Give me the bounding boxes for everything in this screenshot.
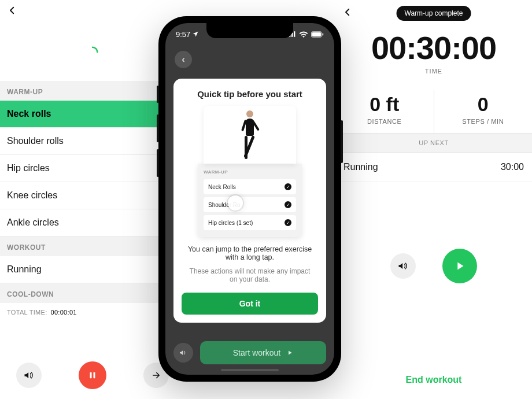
- exercise-name: Neck rolls: [7, 109, 51, 119]
- loading-spinner: [0, 23, 185, 81]
- phone-mockup: 9:57 ‹ Quick tip before you start: [158, 16, 341, 382]
- exercise-name: Knee circles: [7, 190, 57, 201]
- modal-subtext: These actions will not make any impact o…: [182, 267, 318, 283]
- workout-list-screen: WARM-UP Neck rolls 10 R Shoulder rolls H…: [0, 0, 185, 399]
- tip-modal: Quick tip before you start WARM-UP Neck …: [173, 79, 326, 323]
- right-controls: [335, 249, 532, 283]
- start-workout-label: Start workout: [233, 348, 280, 357]
- upnext-row[interactable]: Running 30:00: [335, 153, 532, 182]
- sound-button[interactable]: [390, 253, 416, 279]
- mini-list-item: Hip circles (1 set): [204, 215, 296, 230]
- end-workout-button[interactable]: End workout: [335, 375, 532, 385]
- exercise-preview-image: [204, 106, 296, 164]
- status-time: 9:57: [176, 30, 190, 39]
- upnext-label: UP NEXT: [335, 133, 532, 153]
- volume-icon: [179, 348, 188, 357]
- play-button[interactable]: [442, 249, 477, 283]
- time-label: TIME: [335, 68, 532, 75]
- exercise-name: Shoulder rolls: [7, 136, 64, 146]
- phone-notch: [206, 23, 293, 38]
- modal-title: Quick tip before you start: [182, 89, 318, 99]
- total-time: TOTAL TIME: 00:00:01: [0, 303, 185, 322]
- warmup-complete-badge: Warm-up complete: [397, 6, 471, 21]
- longpress-indicator-icon: [228, 195, 243, 210]
- svg-rect-0: [90, 372, 92, 379]
- stats-row: 0 ft DISTANCE 0 STEPS / MIN: [335, 90, 532, 133]
- exercise-name: Running: [7, 264, 42, 275]
- mini-item-label: Neck Rolls: [208, 184, 236, 190]
- spm-stat: 0 STEPS / MIN: [434, 90, 533, 133]
- section-label-workout: WORKOUT: [0, 237, 185, 256]
- pause-icon: [87, 370, 98, 380]
- svg-rect-1: [94, 372, 95, 379]
- upnext-name: Running: [343, 162, 378, 172]
- distance-value: 0 ft: [335, 93, 434, 116]
- pause-button[interactable]: [79, 361, 106, 389]
- sound-button[interactable]: [173, 343, 193, 363]
- phone-side-button: [157, 86, 159, 103]
- mini-item-label: Hip circles (1 set): [208, 220, 253, 226]
- phone-side-button: [157, 114, 159, 142]
- start-workout-button[interactable]: Start workout: [200, 341, 326, 364]
- total-time-label: TOTAL TIME:: [7, 309, 47, 316]
- spm-label: STEPS / MIN: [434, 118, 533, 125]
- chevron-left-icon: ‹: [182, 54, 185, 65]
- exercise-row[interactable]: Knee circles: [0, 182, 185, 209]
- check-icon: [285, 201, 291, 208]
- left-bottom-bar: [0, 352, 185, 399]
- location-icon: [192, 31, 199, 38]
- mini-list-item: Shoulder Ro: [204, 197, 296, 212]
- left-header: [0, 0, 185, 23]
- phone-bottom-bar: Start workout: [173, 341, 326, 364]
- exercise-row[interactable]: Running: [0, 256, 185, 283]
- play-icon: [286, 349, 293, 356]
- time-value: 00:30:00: [335, 27, 532, 66]
- right-header: Warm-up complete: [335, 0, 532, 27]
- back-icon[interactable]: [342, 6, 353, 21]
- modal-text: You can jump to the preferred exercise w…: [182, 245, 318, 261]
- exercise-name: Ankle circles: [7, 217, 59, 228]
- got-it-button[interactable]: Got it: [182, 293, 318, 315]
- svg-rect-5: [294, 31, 295, 37]
- phone-side-button: [341, 120, 343, 163]
- phone-screen: 9:57 ‹ Quick tip before you start: [165, 23, 334, 375]
- mini-exercise-list: WARM-UP Neck Rolls Shoulder Ro Hip circl…: [198, 164, 302, 237]
- spm-value: 0: [434, 93, 533, 116]
- play-icon: [453, 260, 466, 272]
- wifi-icon: [299, 31, 308, 38]
- volume-icon: [23, 370, 35, 381]
- phone-side-button: [157, 149, 159, 177]
- home-indicator: [221, 369, 279, 371]
- exercise-name: Hip circles: [7, 163, 50, 173]
- mini-list-item: Neck Rolls: [204, 179, 296, 194]
- sound-button[interactable]: [16, 363, 42, 388]
- timer-screen: Warm-up complete 00:30:00 TIME 0 ft DIST…: [335, 0, 532, 399]
- section-label-cooldown: COOL-DOWN: [0, 283, 185, 303]
- check-icon: [285, 183, 291, 190]
- svg-rect-8: [322, 33, 323, 35]
- svg-rect-7: [312, 32, 321, 36]
- exercise-row[interactable]: Ankle circles: [0, 209, 185, 237]
- total-time-value: 00:00:01: [51, 309, 77, 316]
- distance-stat: 0 ft DISTANCE: [335, 90, 434, 133]
- upnext-duration: 30:00: [501, 162, 524, 172]
- volume-icon: [397, 260, 409, 272]
- distance-label: DISTANCE: [335, 118, 434, 125]
- back-icon[interactable]: [7, 4, 17, 19]
- battery-icon: [311, 31, 324, 38]
- arrow-right-icon: [151, 370, 161, 380]
- phone-back-button[interactable]: ‹: [175, 51, 192, 68]
- mini-list-header: WARM-UP: [204, 168, 296, 179]
- check-icon: [285, 219, 291, 226]
